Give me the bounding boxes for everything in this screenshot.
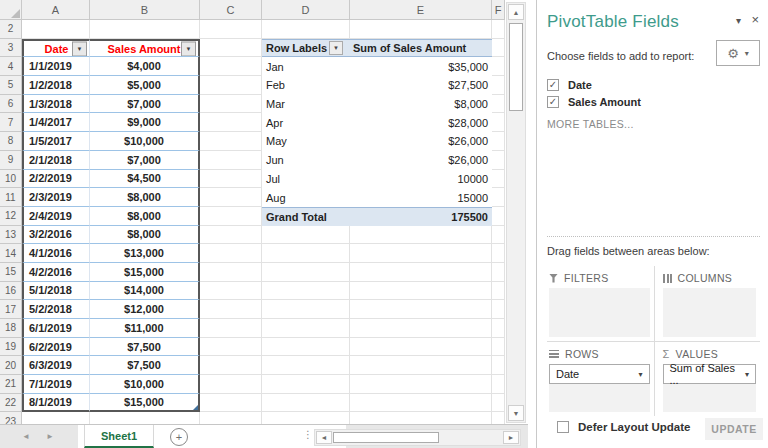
cell-E23[interactable] — [350, 412, 492, 424]
cell-E9[interactable]: $26,000 — [350, 151, 492, 170]
cell-C12[interactable] — [200, 207, 262, 226]
filters-area[interactable]: FILTERS — [547, 266, 654, 341]
cell-F3[interactable] — [492, 39, 505, 58]
cell-D20[interactable] — [262, 356, 350, 375]
cell-A11[interactable]: 2/3/2019 — [22, 188, 90, 207]
cell-F12[interactable] — [492, 207, 505, 226]
cell-A9[interactable]: 2/1/2018 — [22, 151, 90, 170]
cell-F6[interactable] — [492, 95, 505, 114]
cell-E20[interactable] — [350, 356, 492, 375]
field-item-sales-amount[interactable]: ✓ Sales Amount — [547, 93, 760, 110]
cell-C15[interactable] — [200, 263, 262, 282]
row-header-10[interactable]: 10 — [0, 170, 22, 189]
values-dropzone[interactable]: Sum of Sales ... ▾ — [663, 364, 757, 412]
cell-A14[interactable]: 4/1/2016 — [22, 244, 90, 263]
cell-E4[interactable]: $35,000 — [350, 57, 492, 76]
cell-C7[interactable] — [200, 113, 262, 132]
cell-A21[interactable]: 7/1/2019 — [22, 375, 90, 394]
cell-B9[interactable]: $7,000 — [90, 151, 200, 170]
cell-E15[interactable] — [350, 263, 492, 282]
cell-E5[interactable]: $27,500 — [350, 76, 492, 95]
cell-C6[interactable] — [200, 95, 262, 114]
cell-F20[interactable] — [492, 356, 505, 375]
cell-D12[interactable]: Grand Total — [262, 207, 350, 226]
date-checkbox[interactable]: ✓ — [547, 79, 559, 91]
cell-C19[interactable] — [200, 338, 262, 357]
cell-D4[interactable]: Jan — [262, 57, 350, 76]
cell-B3[interactable]: Sales Amount▼ — [90, 39, 200, 58]
cell-F5[interactable] — [492, 76, 505, 95]
cell-F10[interactable] — [492, 170, 505, 189]
next-sheet-icon[interactable]: ► — [40, 425, 60, 448]
pane-options-chevron-icon[interactable]: ▾ — [736, 15, 741, 26]
cell-D3[interactable]: Row Labels▼ — [262, 39, 350, 58]
select-all-corner[interactable] — [0, 0, 22, 20]
hscroll-thumb[interactable] — [333, 432, 439, 443]
cell-B4[interactable]: $4,000 — [90, 57, 200, 76]
cell-C10[interactable] — [200, 170, 262, 189]
cell-D15[interactable] — [262, 263, 350, 282]
cell-B10[interactable]: $4,500 — [90, 170, 200, 189]
cell-D18[interactable] — [262, 319, 350, 338]
scroll-up-icon[interactable]: ▲ — [508, 4, 524, 20]
cell-A23[interactable] — [22, 412, 90, 424]
cell-A13[interactable]: 3/2/2016 — [22, 226, 90, 245]
cell-D13[interactable] — [262, 226, 350, 245]
cell-A10[interactable]: 2/2/2019 — [22, 170, 90, 189]
cell-A6[interactable]: 1/3/2018 — [22, 95, 90, 114]
cell-B20[interactable]: $7,500 — [90, 356, 200, 375]
cell-A22[interactable]: 8/1/2019 — [22, 394, 90, 413]
cell-E11[interactable]: 15000 — [350, 188, 492, 207]
row-header-9[interactable]: 9 — [0, 151, 22, 170]
cell-A12[interactable]: 2/4/2019 — [22, 207, 90, 226]
cell-B13[interactable]: $8,000 — [90, 226, 200, 245]
columns-area[interactable]: COLUMNS — [654, 266, 761, 341]
cell-C16[interactable] — [200, 282, 262, 301]
add-sheet-button[interactable]: + — [170, 428, 188, 446]
column-header-D[interactable]: D — [262, 0, 350, 20]
cell-B23[interactable] — [90, 412, 200, 424]
cell-A16[interactable]: 5/1/2018 — [22, 282, 90, 301]
row-header-22[interactable]: 22 — [0, 394, 22, 413]
cell-B2[interactable] — [90, 20, 200, 39]
row-header-15[interactable]: 15 — [0, 263, 22, 282]
cell-D8[interactable]: May — [262, 132, 350, 151]
cell-F11[interactable] — [492, 188, 505, 207]
columns-dropzone[interactable] — [663, 288, 757, 337]
cell-F18[interactable] — [492, 319, 505, 338]
more-tables-link[interactable]: MORE TABLES... — [547, 118, 634, 130]
cell-F9[interactable] — [492, 151, 505, 170]
cell-C3[interactable] — [200, 39, 262, 58]
cell-E7[interactable]: $28,000 — [350, 113, 492, 132]
cell-B6[interactable]: $7,000 — [90, 95, 200, 114]
column-header-F[interactable]: F — [492, 0, 505, 20]
cell-F17[interactable] — [492, 300, 505, 319]
cell-B22[interactable]: $15,000 — [90, 394, 200, 413]
row-header-5[interactable]: 5 — [0, 76, 22, 95]
vertical-scrollbar[interactable]: ▲ ▼ — [506, 2, 526, 423]
row-header-19[interactable]: 19 — [0, 338, 22, 357]
row-header-12[interactable]: 12 — [0, 207, 22, 226]
filters-dropzone[interactable] — [549, 288, 650, 337]
cell-C17[interactable] — [200, 300, 262, 319]
rows-dropzone[interactable]: Date ▾ — [549, 364, 650, 412]
cell-F16[interactable] — [492, 282, 505, 301]
cell-E14[interactable] — [350, 244, 492, 263]
sales-amount-checkbox[interactable]: ✓ — [547, 96, 559, 108]
cell-F14[interactable] — [492, 244, 505, 263]
cell-B14[interactable]: $13,000 — [90, 244, 200, 263]
cell-A2[interactable] — [22, 20, 90, 39]
cell-B11[interactable]: $8,000 — [90, 188, 200, 207]
cell-D7[interactable]: Apr — [262, 113, 350, 132]
cell-B17[interactable]: $12,000 — [90, 300, 200, 319]
cell-A3[interactable]: Date▼ — [22, 39, 90, 58]
cell-D23[interactable] — [262, 412, 350, 424]
cell-A19[interactable]: 6/2/2019 — [22, 338, 90, 357]
cell-E21[interactable] — [350, 375, 492, 394]
cell-E12[interactable]: 175500 — [350, 207, 492, 226]
values-field-pill[interactable]: Sum of Sales ... ▾ — [663, 364, 757, 384]
cell-E10[interactable]: 10000 — [350, 170, 492, 189]
row-header-13[interactable]: 13 — [0, 226, 22, 245]
scroll-right-icon[interactable]: ► — [503, 431, 519, 444]
row-header-18[interactable]: 18 — [0, 319, 22, 338]
